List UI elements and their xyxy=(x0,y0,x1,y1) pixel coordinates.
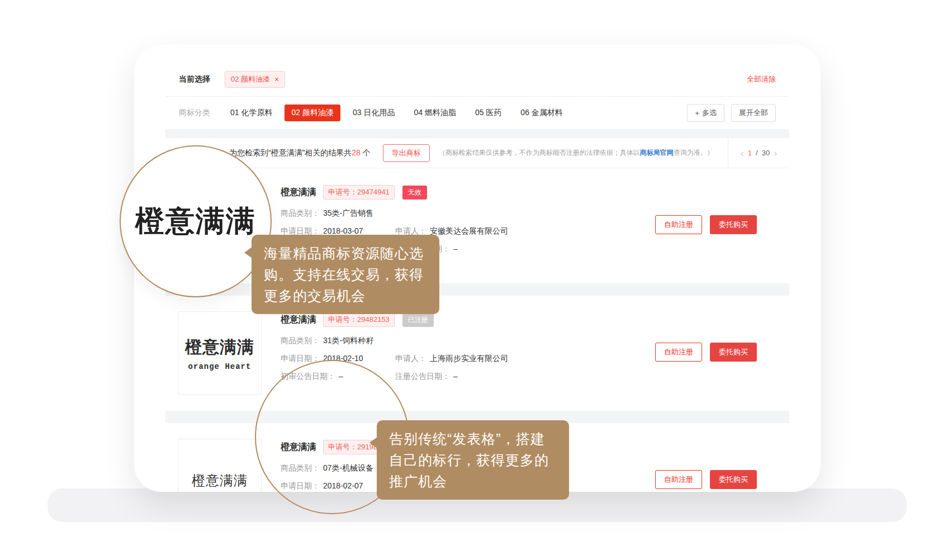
applicant-value: 安徽美达会展有限公司 xyxy=(430,226,508,236)
self-register-button[interactable]: 自助注册 xyxy=(655,470,702,489)
logo-text-main: 橙意满满 xyxy=(192,472,248,490)
reg-pub-value: – xyxy=(453,372,458,382)
selected-filter-tag-label: 02 颜料油漆 xyxy=(231,74,270,84)
pagination: ‹ 1 / 30 › xyxy=(728,138,789,168)
page-total: 30 xyxy=(762,149,770,157)
filter-panel: 当前选择 02 颜料油漆 × 全部清除 商标分类 01 化学原料 02 颜料油漆… xyxy=(165,63,789,129)
page: 当前选择 02 颜料油漆 × 全部清除 商标分类 01 化学原料 02 颜料油漆… xyxy=(0,0,948,560)
entrust-buy-button[interactable]: 委托购买 xyxy=(710,470,757,489)
magnifier-lens-trademark: 橙意满满 xyxy=(120,145,272,297)
results-header: 为您检索到“橙意满满”相关的结果共28 个 导出商标 （商标检索结果仅供参考，不… xyxy=(165,138,789,168)
multi-select-button[interactable]: +多选 xyxy=(687,104,724,122)
reg-pub-value: – xyxy=(453,244,458,254)
magnified-trademark-text: 橙意满满 xyxy=(135,202,256,241)
category-label: 商标分类 xyxy=(179,108,210,118)
tooltip-arrow-icon xyxy=(369,437,377,448)
status-badge-invalid: 无效 xyxy=(402,186,427,200)
tooltip-arrow-icon xyxy=(244,247,252,258)
results-count: 28 xyxy=(352,148,361,157)
application-number-tag: 申请号：29482153 xyxy=(323,312,395,327)
trademark-office-link[interactable]: 商标局官网 xyxy=(640,149,674,156)
applicant-value: 上海雨步实业有限公司 xyxy=(430,354,508,364)
tab-category-05[interactable]: 05 医药 xyxy=(468,105,508,121)
category-tabs-row: 商标分类 01 化学原料 02 颜料油漆 03 日化用品 04 燃料油脂 05 … xyxy=(165,97,789,129)
tab-category-04[interactable]: 04 燃料油脂 xyxy=(407,105,462,121)
tab-category-03[interactable]: 03 日化用品 xyxy=(346,105,401,121)
selected-filter-tag[interactable]: 02 颜料油漆 × xyxy=(225,71,285,88)
application-number-tag: 申请号：29474941 xyxy=(323,185,395,200)
tab-category-02-active[interactable]: 02 颜料油漆 xyxy=(285,105,340,121)
panel-gap xyxy=(165,129,789,138)
category-value: 35类-广告销售 xyxy=(323,208,373,219)
status-badge-registered: 已注册 xyxy=(402,313,434,327)
self-register-button[interactable]: 自助注册 xyxy=(655,215,702,234)
results-summary: 为您检索到“橙意满满”相关的结果共28 个 xyxy=(229,148,371,158)
current-selection-row: 当前选择 02 颜料油漆 × 全部清除 xyxy=(165,63,789,96)
trademark-image-2: 橙意满满 orange Heart xyxy=(178,311,262,395)
entrust-buy-button[interactable]: 委托购买 xyxy=(710,215,757,234)
page-current: 1 xyxy=(748,149,752,157)
tooltip-marketplace: 海量精品商标资源随心选购。支持在线交易，获得更多的交易机会 xyxy=(252,235,439,314)
current-selection-label: 当前选择 xyxy=(179,74,210,84)
trademark-image-3: 橙意满满 xyxy=(178,439,262,492)
chevron-right-icon[interactable]: › xyxy=(774,148,777,158)
tooltip-promotion: 告别传统“发表格”，搭建自己的标行，获得更多的推广机会 xyxy=(377,420,569,500)
trademark-title: 橙意满满 xyxy=(281,314,316,326)
export-trademarks-button[interactable]: 导出商标 xyxy=(383,144,430,162)
tab-category-06[interactable]: 06 金属材料 xyxy=(514,105,569,121)
expand-all-button[interactable]: 展开全部 xyxy=(731,104,776,122)
clear-all-button[interactable]: 全部清除 xyxy=(747,74,776,84)
logo-text-sub: orange Heart xyxy=(188,362,252,371)
trademark-title: 橙意满满 xyxy=(281,187,316,198)
tab-category-01[interactable]: 01 化学原料 xyxy=(224,105,279,121)
self-register-button[interactable]: 自助注册 xyxy=(655,343,702,362)
close-icon[interactable]: × xyxy=(274,75,279,83)
logo-text-main: 橙意满满 xyxy=(185,336,254,359)
entrust-buy-button[interactable]: 委托购买 xyxy=(710,343,757,362)
chevron-left-icon[interactable]: ‹ xyxy=(741,148,744,158)
disclaimer-text: （商标检索结果仅供参考，不作为商标能否注册的法律依据；具体以商标局官网查询为准。… xyxy=(439,148,714,158)
category-value: 31类-饲料种籽 xyxy=(323,336,373,346)
multi-select-label: 多选 xyxy=(702,108,717,118)
plus-icon: + xyxy=(695,109,699,117)
